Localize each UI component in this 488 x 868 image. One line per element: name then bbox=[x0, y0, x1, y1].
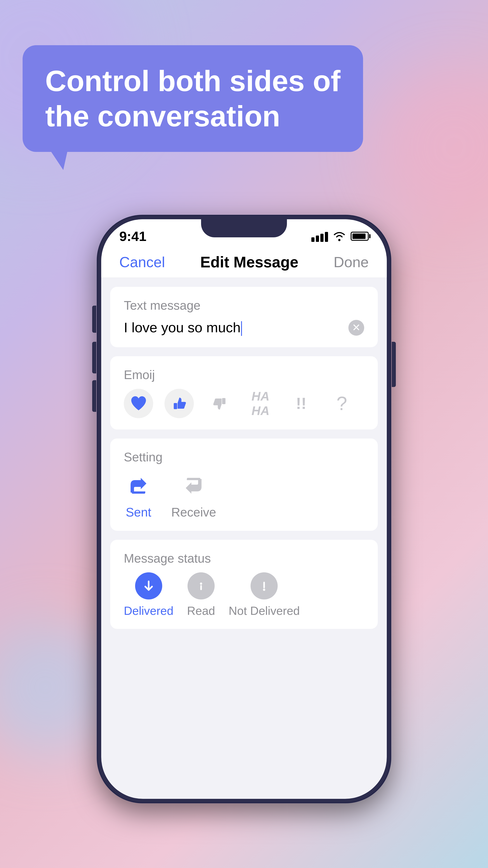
svg-point-3 bbox=[200, 583, 202, 585]
emoji-haha-button[interactable]: HAHA bbox=[246, 389, 275, 418]
not-delivered-icon bbox=[256, 578, 272, 594]
volume-up-button bbox=[92, 342, 96, 373]
not-delivered-label: Not Delivered bbox=[229, 604, 300, 618]
power-button bbox=[392, 342, 396, 387]
setting-label: Setting bbox=[124, 450, 364, 464]
volume-down-button bbox=[92, 380, 96, 412]
svg-point-4 bbox=[263, 589, 265, 591]
receive-icon-wrap bbox=[179, 471, 208, 500]
not-delivered-circle bbox=[251, 572, 278, 599]
read-icon bbox=[193, 578, 209, 594]
delivered-label: Delivered bbox=[124, 604, 173, 618]
phone-screen: 9:41 bbox=[101, 219, 387, 799]
emoji-label: Emoij bbox=[124, 368, 364, 382]
question-icon: ? bbox=[336, 393, 347, 414]
emoji-thumbup-button[interactable] bbox=[164, 389, 194, 418]
status-delivered-item[interactable]: Delivered bbox=[124, 572, 173, 618]
wifi-icon bbox=[332, 230, 346, 242]
emoji-heart-button[interactable] bbox=[124, 389, 153, 418]
svg-point-0 bbox=[338, 239, 340, 241]
read-label: Read bbox=[187, 604, 215, 618]
status-not-delivered-item[interactable]: Not Delivered bbox=[229, 572, 300, 618]
signal-bars-icon bbox=[311, 230, 328, 242]
bg-blob-3 bbox=[0, 619, 113, 755]
receive-icon bbox=[181, 473, 206, 498]
sent-icon bbox=[126, 473, 151, 498]
battery-icon bbox=[351, 232, 369, 241]
speech-bubble: Control both sides of the conversation bbox=[23, 45, 363, 152]
nav-bar: Cancel Edit Message Done bbox=[101, 246, 387, 278]
phone-outer: 9:41 bbox=[97, 215, 391, 803]
setting-row: Sent Receive bbox=[124, 471, 364, 520]
main-area: Text message I love you so much Emoij bbox=[101, 278, 387, 638]
message-status-label: Message status bbox=[124, 551, 364, 565]
text-input-area[interactable]: I love you so much bbox=[124, 319, 364, 336]
emoji-thumbdown-button[interactable] bbox=[205, 389, 234, 418]
delivered-circle bbox=[135, 572, 162, 599]
read-circle bbox=[188, 572, 215, 599]
speech-bubble-text: Control both sides of the conversation bbox=[45, 63, 340, 134]
thumbdown-icon bbox=[210, 394, 230, 413]
status-icons bbox=[311, 230, 369, 242]
done-button[interactable]: Done bbox=[334, 254, 369, 271]
emoji-row: HAHA !! ? bbox=[124, 389, 364, 418]
page-title: Edit Message bbox=[200, 253, 298, 271]
thumbup-icon bbox=[170, 394, 189, 413]
text-message-label: Text message bbox=[124, 298, 364, 313]
receive-label: Receive bbox=[171, 505, 216, 520]
message-status-card: Message status Delivered bbox=[110, 540, 378, 629]
cancel-button[interactable]: Cancel bbox=[119, 254, 165, 271]
svg-rect-2 bbox=[222, 398, 225, 404]
status-row: Delivered Read bbox=[124, 572, 364, 618]
notch bbox=[201, 219, 287, 237]
delivered-icon bbox=[141, 578, 157, 594]
exclaim-icon: !! bbox=[296, 395, 306, 412]
emoji-exclaim-button[interactable]: !! bbox=[287, 389, 316, 418]
sent-icon-wrap bbox=[124, 471, 153, 500]
text-message-card: Text message I love you so much bbox=[110, 287, 378, 347]
status-time: 9:41 bbox=[119, 228, 147, 244]
heart-icon bbox=[129, 394, 148, 413]
phone-device: 9:41 bbox=[97, 215, 391, 803]
haha-icon: HAHA bbox=[252, 389, 269, 418]
sent-label: Sent bbox=[126, 505, 151, 520]
text-cursor bbox=[241, 321, 242, 336]
setting-receive-item[interactable]: Receive bbox=[171, 471, 216, 520]
text-input-value: I love you so much bbox=[124, 319, 344, 336]
clear-button[interactable] bbox=[348, 320, 364, 336]
status-read-item[interactable]: Read bbox=[187, 572, 215, 618]
setting-sent-item[interactable]: Sent bbox=[124, 471, 153, 520]
setting-card: Setting Sent bbox=[110, 438, 378, 531]
svg-rect-1 bbox=[174, 403, 177, 409]
emoji-question-button[interactable]: ? bbox=[327, 389, 357, 418]
bg-blob-2 bbox=[375, 68, 488, 226]
emoji-card: Emoij bbox=[110, 356, 378, 430]
